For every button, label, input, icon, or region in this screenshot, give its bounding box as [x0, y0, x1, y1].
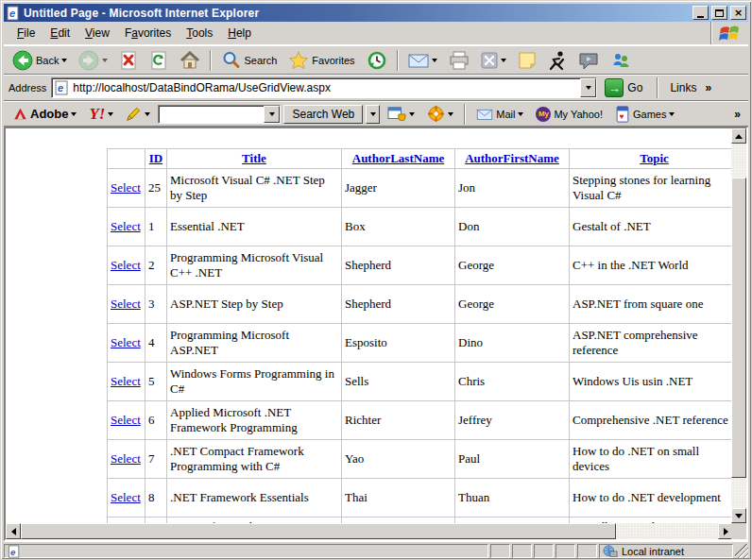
note-button[interactable]: [513, 48, 541, 73]
popup-blocker-button[interactable]: [383, 103, 419, 126]
menu-tools[interactable]: Tools: [179, 24, 220, 42]
cell-author-last: Shepherd: [342, 246, 455, 285]
sort-link-authorfirstname[interactable]: AuthorFirstName: [465, 151, 559, 165]
sort-link-authorlastname[interactable]: AuthorLastName: [352, 151, 445, 165]
scroll-down-button[interactable]: [731, 508, 746, 523]
menu-view[interactable]: View: [77, 24, 117, 42]
address-input[interactable]: [73, 81, 576, 94]
adobe-logo-icon: [13, 107, 27, 121]
favorites-button[interactable]: Favorites: [283, 47, 359, 74]
games-button[interactable]: ♥ Games: [610, 103, 679, 126]
address-field[interactable]: e: [51, 77, 597, 98]
select-link[interactable]: Select: [111, 297, 141, 311]
select-link[interactable]: Select: [111, 490, 141, 504]
scroll-up-button[interactable]: [731, 128, 746, 144]
resize-grip[interactable]: [735, 544, 748, 558]
select-link[interactable]: Select: [111, 219, 141, 233]
cell-author-first: Chris: [455, 363, 570, 401]
close-button[interactable]: ×: [730, 6, 746, 20]
arrow-right-icon: [724, 528, 728, 535]
cell-id: 2: [145, 246, 167, 285]
horizontal-scrollbar[interactable]: [6, 523, 733, 539]
grid-row: Select1Essential .NETBoxDonGestalt of .N…: [108, 208, 734, 246]
menu-file[interactable]: File: [9, 24, 43, 42]
sort-link-id[interactable]: ID: [149, 151, 162, 165]
messenger-button[interactable]: [606, 48, 636, 73]
yahoo-search-input[interactable]: [159, 107, 264, 121]
pencil-dropdown-icon[interactable]: [145, 112, 150, 116]
search-button[interactable]: Search: [216, 47, 282, 73]
page-ie-icon: e: [8, 545, 21, 558]
discuss-button[interactable]: [573, 48, 604, 73]
scroll-left-button[interactable]: [6, 523, 21, 539]
forward-dropdown-icon[interactable]: [102, 59, 108, 62]
home-button[interactable]: [175, 47, 205, 74]
maximize-button[interactable]: [711, 6, 727, 20]
back-dropdown-icon[interactable]: [61, 59, 67, 62]
select-link[interactable]: Select: [111, 258, 141, 272]
grid-row: Select2Programming Microsoft Visual C++ …: [108, 246, 734, 285]
select-link[interactable]: Select: [111, 451, 141, 466]
sort-link-title[interactable]: Title: [242, 151, 266, 165]
adobe-dropdown-icon[interactable]: [71, 112, 77, 116]
go-button[interactable]: → Go: [602, 76, 649, 99]
print-button[interactable]: [444, 48, 474, 73]
go-arrow-icon: →: [605, 78, 624, 97]
forward-button[interactable]: [74, 47, 112, 74]
go-label: Go: [627, 81, 642, 94]
horizontal-scroll-thumb[interactable]: [21, 523, 616, 539]
size-dropdown-icon[interactable]: [501, 59, 506, 62]
vertical-scroll-thumb[interactable]: [731, 178, 746, 478]
select-link[interactable]: Select: [111, 413, 141, 427]
yahoo-dropdown-icon[interactable]: [108, 112, 113, 116]
menu-edit[interactable]: Edit: [43, 24, 77, 42]
select-link[interactable]: Select: [111, 374, 141, 388]
yahoo-search-dropdown-button[interactable]: [264, 106, 280, 123]
yahoo-mail-button[interactable]: Mail: [471, 105, 528, 124]
cell-title: Applied Microsoft .NET Framework Program…: [167, 401, 342, 440]
cell-author-last: Sells: [342, 363, 455, 401]
refresh-button[interactable]: [145, 47, 173, 74]
select-link[interactable]: Select: [111, 335, 141, 349]
search-web-button[interactable]: Search Web: [283, 105, 363, 124]
target-dropdown-icon[interactable]: [448, 112, 453, 116]
stop-icon: [119, 50, 138, 71]
svg-text:e: e: [58, 82, 63, 93]
select-link[interactable]: Select: [111, 180, 141, 195]
yahoo-mail-dropdown-icon[interactable]: [518, 112, 523, 116]
my-yahoo-button[interactable]: My My Yahoo!: [531, 104, 607, 125]
size-button[interactable]: [476, 49, 511, 72]
address-dropdown-button[interactable]: [580, 78, 596, 97]
companion-separator: [464, 104, 466, 125]
sort-link-topic[interactable]: Topic: [640, 151, 669, 165]
stop-button[interactable]: [114, 47, 143, 74]
browser-client-area: IDTitleAuthorLastNameAuthorFirstNameTopi…: [4, 127, 748, 541]
menu-help[interactable]: Help: [220, 24, 259, 42]
throbber: [710, 22, 748, 44]
cell-select: Select: [108, 246, 145, 285]
discuss-bubble-icon: [578, 51, 599, 70]
search-web-dropdown-button[interactable]: [366, 105, 380, 124]
popup-blocker-dropdown-icon[interactable]: [409, 112, 415, 116]
cell-topic: Stepping stones for learning Visual C#: [570, 169, 734, 208]
pencil-button[interactable]: [121, 103, 155, 125]
adobe-button[interactable]: Adobe: [9, 104, 81, 124]
companion-overflow-chevron-icon[interactable]: »: [734, 108, 743, 121]
yahoo-logo-button[interactable]: Y!: [84, 102, 118, 127]
links-chevron-icon[interactable]: »: [705, 81, 714, 94]
yahoo-search-field[interactable]: [158, 105, 281, 124]
aim-button[interactable]: [543, 47, 572, 74]
games-dropdown-icon[interactable]: [669, 112, 675, 116]
minimize-button[interactable]: [692, 6, 709, 20]
history-button[interactable]: [362, 47, 392, 74]
back-button[interactable]: Back: [8, 47, 72, 74]
links-label[interactable]: Links: [666, 81, 700, 94]
pencil-icon: [126, 106, 142, 122]
target-button[interactable]: [422, 102, 458, 126]
menu-favorites[interactable]: Favorites: [117, 24, 179, 42]
vertical-scrollbar[interactable]: [731, 128, 746, 523]
mail-dropdown-icon[interactable]: [432, 59, 437, 62]
cell-select: Select: [108, 363, 145, 401]
mail-button[interactable]: [403, 49, 442, 72]
security-zone-pane: Local intranet: [599, 544, 733, 558]
